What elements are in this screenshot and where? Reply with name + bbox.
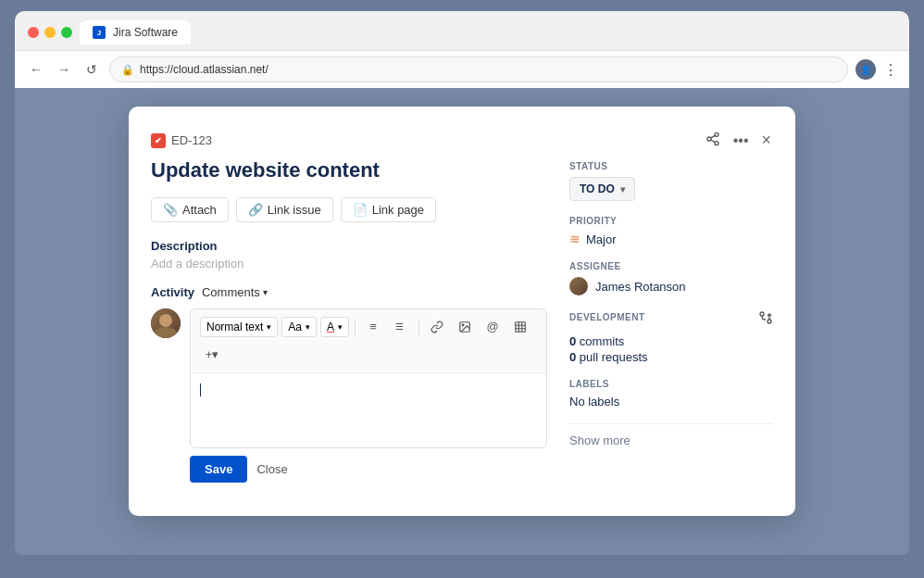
- assignee-avatar: [569, 277, 588, 295]
- color-select-label: A: [327, 320, 334, 333]
- description-placeholder[interactable]: Add a description: [151, 257, 547, 270]
- pull-requests-stat: 0 pull requests: [569, 350, 773, 364]
- save-area: Save Close: [151, 456, 547, 483]
- activity-label: Activity: [151, 285, 194, 299]
- cursor: [200, 383, 201, 396]
- image-button[interactable]: [453, 315, 477, 339]
- svg-point-7: [462, 324, 464, 326]
- right-panel: STATUS TO DO ▾ PRIORITY ≋ Major: [569, 157, 773, 494]
- paperclip-icon: 📎: [163, 203, 178, 217]
- show-more-button[interactable]: Show more: [569, 434, 631, 447]
- issue-type-icon: ✔: [151, 133, 166, 148]
- attach-button[interactable]: 📎 Attach: [151, 197, 229, 222]
- status-badge[interactable]: TO DO ▾: [569, 177, 635, 201]
- jira-tab-icon: J: [93, 26, 106, 39]
- description-label: Description: [151, 239, 547, 253]
- link-button[interactable]: [425, 315, 449, 339]
- cancel-button[interactable]: Close: [256, 462, 287, 476]
- status-value: TO DO: [580, 182, 615, 195]
- labels-label: LABELS: [569, 379, 773, 389]
- avatar-image: [151, 308, 181, 338]
- editor-toolbar: Normal text ▾ Aa ▾ A ▾: [191, 309, 546, 373]
- more-tools-button[interactable]: +▾: [200, 343, 224, 367]
- toolbar-divider-1: [355, 319, 356, 335]
- left-panel: Update website content 📎 Attach 🔗 Link i…: [151, 157, 547, 494]
- development-section: DEVELOPMENT 0 0 commitscommits 0 pull re…: [569, 310, 773, 364]
- editor-body[interactable]: [191, 373, 546, 447]
- assignee-value: James Rotanson: [595, 280, 686, 294]
- assignee-row: James Rotanson: [569, 277, 773, 295]
- save-button[interactable]: Save: [190, 456, 247, 483]
- reload-button[interactable]: ↺: [81, 59, 102, 80]
- status-chevron-icon: ▾: [620, 184, 625, 195]
- status-label: STATUS: [569, 161, 773, 171]
- tab-label: Jira Software: [113, 26, 178, 39]
- svg-point-13: [768, 320, 771, 323]
- development-label: DEVELOPMENT: [569, 312, 645, 322]
- dialog-title: Update website content: [151, 157, 547, 184]
- labels-section: LABELS No labels: [569, 379, 773, 408]
- color-select[interactable]: A ▾: [320, 317, 349, 337]
- url-text: https://cloud.atlassian.net/: [140, 63, 268, 76]
- assignee-section: ASSIGNEE James Rotanson: [569, 261, 773, 295]
- bullet-list-button[interactable]: ≡: [361, 315, 385, 339]
- page-content: ✔ ED-123 ••• × Update website content: [15, 88, 909, 555]
- action-buttons: 📎 Attach 🔗 Link issue 📄 Link page: [151, 197, 547, 222]
- labels-value: No labels: [569, 395, 773, 408]
- browser-tab[interactable]: J Jira Software: [80, 20, 191, 44]
- text-size-select[interactable]: Aa ▾: [281, 317, 317, 337]
- development-header: DEVELOPMENT: [569, 310, 773, 329]
- profile-icon[interactable]: 👤: [855, 59, 876, 80]
- priority-row: ≋ Major: [569, 232, 773, 246]
- numbered-list-button[interactable]: ☰: [389, 315, 413, 339]
- color-chevron-icon: ▾: [338, 322, 343, 332]
- comments-dropdown[interactable]: Comments ▾: [202, 285, 268, 299]
- dialog-body: Update website content 📎 Attach 🔗 Link i…: [151, 157, 773, 494]
- traffic-lights: [28, 27, 72, 38]
- maximize-window-button[interactable]: [61, 27, 72, 38]
- priority-section: PRIORITY ≋ Major: [569, 216, 773, 246]
- comment-editor[interactable]: Normal text ▾ Aa ▾ A ▾: [190, 308, 547, 448]
- commits-stat: 0 0 commitscommits: [569, 334, 773, 348]
- svg-line-3: [710, 140, 715, 143]
- link-icon: 🔗: [248, 203, 263, 217]
- format-chevron-icon: ▾: [267, 322, 271, 332]
- chevron-down-icon: ▾: [263, 287, 268, 297]
- browser-window: J Jira Software ← → ↺ 🔒 https://cloud.at…: [15, 11, 909, 88]
- mention-button[interactable]: @: [481, 315, 505, 339]
- issue-id-text: ED-123: [171, 133, 212, 147]
- sidebar-divider: [569, 423, 773, 424]
- activity-header: Activity Comments ▾: [151, 285, 547, 299]
- lock-icon: 🔒: [121, 64, 134, 76]
- assignee-label: ASSIGNEE: [569, 261, 773, 271]
- svg-point-14: [760, 312, 764, 316]
- minimize-window-button[interactable]: [44, 27, 56, 38]
- text-size-label: Aa: [288, 320, 302, 333]
- browser-titlebar: J Jira Software: [15, 11, 909, 50]
- branch-icon[interactable]: [758, 310, 773, 329]
- svg-rect-8: [516, 321, 526, 332]
- forward-button[interactable]: →: [54, 59, 74, 80]
- priority-value: Major: [586, 232, 617, 246]
- close-dialog-button[interactable]: ×: [759, 129, 773, 152]
- browser-menu-button[interactable]: ⋮: [883, 61, 898, 79]
- url-bar[interactable]: 🔒 https://cloud.atlassian.net/: [109, 57, 848, 82]
- back-button[interactable]: ←: [26, 59, 46, 80]
- page-icon: 📄: [353, 203, 368, 217]
- close-window-button[interactable]: [28, 27, 39, 38]
- share-button[interactable]: [704, 130, 722, 152]
- link-page-button[interactable]: 📄 Link page: [341, 197, 436, 222]
- format-select[interactable]: Normal text ▾: [200, 317, 278, 337]
- svg-point-1: [707, 137, 711, 141]
- link-issue-button[interactable]: 🔗 Link issue: [236, 197, 333, 222]
- text-size-chevron-icon: ▾: [306, 322, 310, 332]
- status-section: STATUS TO DO ▾: [569, 161, 773, 201]
- more-options-button[interactable]: •••: [731, 131, 751, 151]
- svg-line-4: [710, 135, 715, 138]
- dialog-header: ✔ ED-123 ••• ×: [151, 129, 773, 152]
- table-button[interactable]: [508, 315, 532, 339]
- priority-label: PRIORITY: [569, 216, 773, 226]
- toolbar-divider-2: [418, 319, 419, 335]
- comments-label: Comments: [202, 285, 260, 299]
- format-select-label: Normal text: [206, 320, 263, 333]
